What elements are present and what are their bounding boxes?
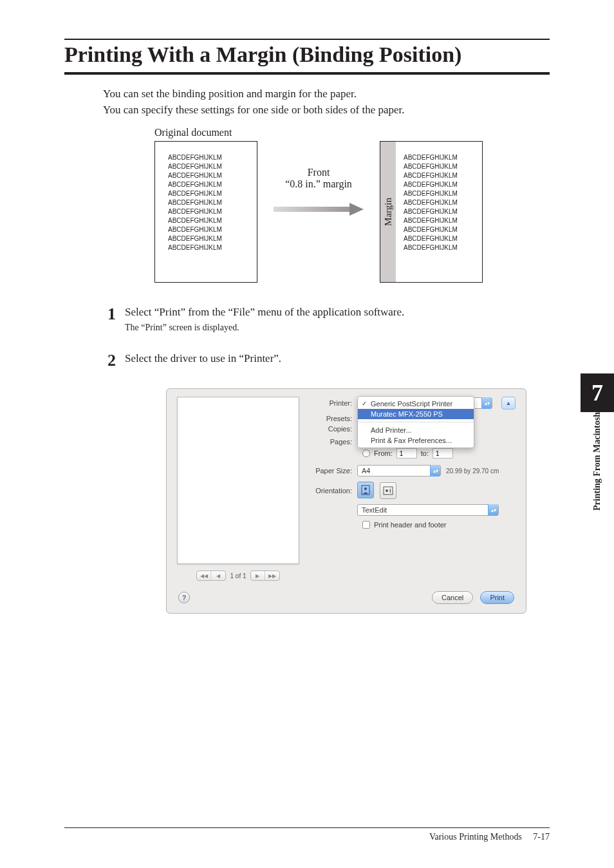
svg-marker-1: [349, 203, 364, 216]
pager-prev-group[interactable]: ◀◀ ◀: [196, 571, 226, 581]
orientation-landscape-button[interactable]: [380, 482, 396, 499]
result-doc-box: Margin ABCDEFGHIJKLM ABCDEFGHIJKLM ABCDE…: [380, 141, 483, 283]
step-number: 1: [103, 306, 116, 333]
chevron-updown-icon: ▴▾: [481, 397, 492, 409]
printer-label: Printer:: [308, 399, 357, 407]
collapse-button[interactable]: ▲: [501, 397, 516, 410]
margin-strip: Margin: [380, 142, 396, 282]
step-2-text: Select the driver to use in “Printer”.: [125, 352, 550, 365]
print-button[interactable]: Print: [480, 591, 514, 604]
print-preview: [177, 397, 299, 564]
step-number: 2: [103, 352, 116, 369]
step-1-text: Select “Print” from the “File” menu of t…: [125, 306, 550, 319]
printer-option-prefs[interactable]: Print & Fax Preferences...: [358, 435, 474, 446]
preview-pager: ◀◀ ◀ 1 of 1 ▶ ▶▶: [177, 571, 299, 581]
original-doc-box: ABCDEFGHIJKLM ABCDEFGHIJKLM ABCDEFGHIJKL…: [154, 141, 257, 283]
header-footer-checkbox[interactable]: [362, 521, 370, 529]
paper-size-label: Paper Size:: [308, 467, 357, 475]
cancel-button[interactable]: Cancel: [432, 591, 473, 604]
step-1: 1 Select “Print” from the “File” menu of…: [103, 306, 550, 333]
printer-dropdown: Generic PostScript Printer Muratec MFX-2…: [357, 396, 474, 448]
pager-first-icon[interactable]: ◀◀: [197, 571, 211, 580]
step-2: 2 Select the driver to use in “Printer”.: [103, 352, 550, 369]
printer-option-add[interactable]: Add Printer...: [358, 425, 474, 435]
diagram-center: Front “0.8 in.” margin: [270, 141, 367, 220]
pages-to-label: to:: [421, 449, 429, 457]
svg-rect-0: [274, 207, 349, 212]
page-title: Printing With a Margin (Binding Position…: [64, 39, 550, 75]
presets-label: Presets:: [308, 415, 357, 422]
intro-line-2: You can specify these settings for one s…: [103, 102, 550, 118]
pages-to-field[interactable]: [433, 448, 453, 458]
orientation-label: Orientation:: [308, 487, 357, 495]
printer-option-generic[interactable]: Generic PostScript Printer: [358, 399, 474, 409]
pager-next-icon[interactable]: ▶: [251, 571, 265, 580]
help-button[interactable]: ?: [178, 592, 190, 603]
step-1-sub: The “Print” screen is displayed.: [125, 323, 550, 333]
menu-separator: [358, 422, 474, 422]
front-label: Front: [270, 167, 367, 178]
paper-dim-label: 20.99 by 29.70 cm: [446, 467, 499, 475]
intro-line-1: You can set the binding position and mar…: [103, 86, 550, 102]
paper-size-value: A4: [362, 467, 370, 475]
chapter-label: Printing From Macintosh: [592, 412, 602, 522]
app-section-select[interactable]: TextEdit ▴▾: [357, 504, 499, 516]
pager-last-icon[interactable]: ▶▶: [265, 571, 279, 580]
diagram: Original document ABCDEFGHIJKLM ABCDEFGH…: [154, 127, 550, 283]
margin-strip-label: Margin: [382, 198, 395, 226]
printer-option-muratec[interactable]: Muratec MFX-2550 PS: [358, 409, 474, 419]
pager-label: 1 of 1: [230, 572, 246, 580]
paper-size-select[interactable]: A4 ▴▾: [357, 465, 441, 476]
margin-value-label: “0.8 in.” margin: [270, 178, 367, 190]
triangle-up-icon: ▲: [506, 400, 512, 406]
person-landscape-icon: [383, 486, 393, 495]
print-dialog: ◀◀ ◀ 1 of 1 ▶ ▶▶ Printer:: [166, 388, 526, 614]
orientation-portrait-button[interactable]: [357, 482, 374, 498]
pages-from-radio[interactable]: [362, 449, 370, 457]
pager-prev-icon[interactable]: ◀: [211, 571, 225, 580]
footer-section: Various Printing Methods: [429, 832, 522, 842]
intro-block: You can set the binding position and mar…: [103, 86, 550, 118]
svg-point-3: [364, 487, 367, 490]
chevron-updown-icon: ▴▾: [488, 504, 498, 516]
footer-page: 7-17: [533, 832, 550, 842]
pages-from-label: From:: [374, 449, 393, 457]
svg-point-5: [386, 489, 388, 492]
chevron-updown-icon: ▴▾: [430, 465, 440, 476]
original-doc-label: Original document: [154, 127, 550, 138]
app-section-value: TextEdit: [362, 506, 387, 514]
page-footer: Various Printing Methods 7-17: [64, 827, 550, 842]
pager-next-group[interactable]: ▶ ▶▶: [250, 571, 280, 581]
person-portrait-icon: [361, 485, 370, 495]
chapter-tab: 7: [581, 373, 614, 412]
side-tab: 7 Printing From Macintosh: [581, 373, 614, 522]
pages-label: Pages:: [308, 438, 357, 446]
copies-label: Copies:: [308, 425, 357, 433]
pages-from-field[interactable]: [396, 448, 417, 458]
arrow-icon: [274, 202, 364, 217]
header-footer-label: Print header and footer: [374, 521, 447, 529]
